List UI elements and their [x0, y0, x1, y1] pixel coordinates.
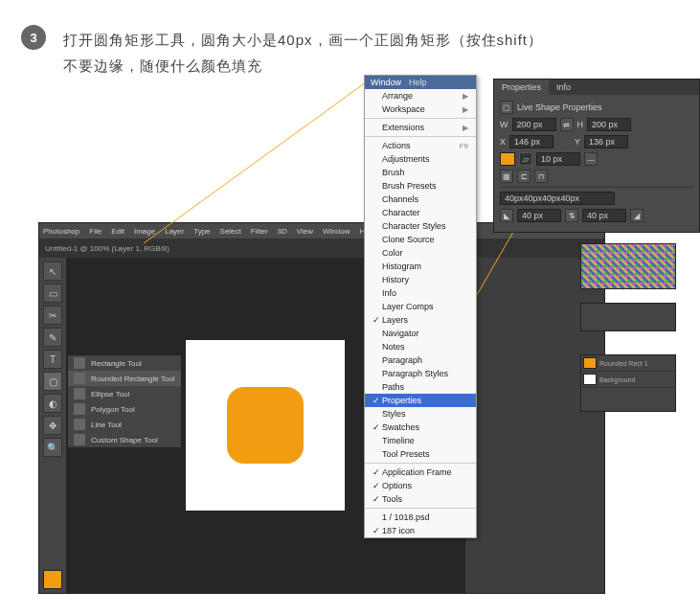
stroke-corner-icon[interactable]: ⊓: [534, 170, 548, 183]
x-label: X: [500, 137, 506, 147]
layer-row[interactable]: Rounded Rect 1: [581, 355, 675, 372]
menu-item[interactable]: Color: [365, 246, 476, 260]
menu-item[interactable]: 1 / 1018.psd: [365, 511, 476, 524]
menu-item[interactable]: Clone Source: [365, 233, 476, 246]
layer-thumb: [583, 374, 597, 385]
ellipse-icon: [74, 388, 85, 399]
menu-item[interactable]: Paragraph: [365, 353, 476, 367]
layers-panel: Rounded Rect 1 Background: [580, 354, 676, 412]
menu-item[interactable]: Timeline: [365, 434, 476, 447]
y-label: Y: [575, 137, 580, 147]
menu-item[interactable]: Info: [365, 286, 476, 300]
menu-item[interactable]: ✓Properties: [365, 394, 476, 407]
menu-item[interactable]: Styles: [365, 407, 476, 421]
link-radii-icon[interactable]: ⇅: [565, 209, 578, 222]
flyout-item[interactable]: Custom Shape Tool: [68, 432, 181, 447]
shape-tool-flyout: Rectangle Tool Rounded Rectangle Tool El…: [67, 354, 182, 448]
stroke-align-icon[interactable]: ▦: [500, 170, 513, 183]
menu-item[interactable]: Adjustments: [365, 152, 476, 166]
height-label: H: [577, 120, 584, 129]
custom-shape-icon: [74, 434, 85, 445]
menu-item[interactable]: Paragraph Styles: [365, 367, 476, 380]
stroke-swatch[interactable]: ▱: [519, 152, 532, 166]
menu-item[interactable]: ✓187 icon: [365, 524, 476, 537]
rounded-rectangle-icon: [74, 373, 85, 384]
flyout-item[interactable]: Rectangle Tool: [68, 355, 181, 371]
toolbar: ↖ ▭ ✂ ✎ T ▢ ◐ ✥ 🔍: [39, 258, 66, 593]
flyout-item[interactable]: Ellipse Tool: [68, 386, 181, 401]
y-input[interactable]: 136 px: [584, 135, 628, 148]
menu-item[interactable]: Navigator: [365, 327, 476, 340]
menu-item[interactable]: Character: [365, 206, 476, 219]
rectangle-icon: [74, 357, 85, 369]
menu-item[interactable]: Notes: [365, 340, 476, 353]
menu-item[interactable]: Arrange▶: [365, 89, 476, 102]
zoom-tool[interactable]: 🔍: [43, 438, 62, 457]
menu-item[interactable]: Layer Comps: [365, 300, 476, 313]
layer-name: Rounded Rect 1: [599, 360, 648, 367]
tab-properties[interactable]: Properties: [494, 80, 549, 95]
menu-item[interactable]: ✓Layers: [365, 313, 476, 327]
menu-item[interactable]: Tool Presets: [365, 447, 476, 461]
menu-item[interactable]: History: [365, 273, 476, 286]
menu-head: Window Help: [365, 76, 476, 89]
menu-head-window[interactable]: Window: [371, 78, 401, 87]
stroke-style-icon[interactable]: —: [584, 152, 598, 166]
menu-item[interactable]: Workspace▶: [365, 102, 476, 116]
move-tool[interactable]: ↖: [43, 262, 62, 281]
menu-item[interactable]: Paths: [365, 380, 476, 394]
menu-item[interactable]: ✓Tools: [365, 492, 476, 506]
marquee-tool[interactable]: ▭: [43, 284, 62, 303]
layer-row[interactable]: Background: [581, 372, 675, 388]
menu-item[interactable]: Channels: [365, 193, 476, 206]
swatches-panel[interactable]: [580, 243, 676, 289]
link-wh-icon[interactable]: ⇄: [560, 118, 574, 131]
svg-line-0: [144, 82, 366, 243]
menu-item[interactable]: ✓Swatches: [365, 421, 476, 434]
fill-swatch[interactable]: [500, 152, 515, 166]
panel-title-row: ▢ Live Shape Properties: [500, 101, 693, 114]
window-menu-dropdown: Window Help Arrange▶Workspace▶Extensions…: [364, 75, 477, 538]
stroke-width-input[interactable]: 10 px: [536, 152, 580, 166]
menu-separator: [365, 136, 476, 137]
width-input[interactable]: 200 px: [512, 118, 556, 131]
stroke-cap-icon[interactable]: ⊏: [517, 170, 531, 183]
brush-tool[interactable]: ✎: [43, 328, 62, 347]
crop-tool[interactable]: ✂: [43, 306, 62, 325]
gradient-tool[interactable]: ◐: [43, 394, 62, 413]
menu-item[interactable]: Brush: [365, 166, 476, 179]
type-tool[interactable]: T: [43, 350, 62, 369]
menu-item[interactable]: ✓Options: [365, 479, 476, 492]
mini-properties-panel[interactable]: [580, 303, 676, 331]
x-input[interactable]: 146 px: [509, 135, 553, 148]
flyout-item[interactable]: Polygon Tool: [68, 401, 181, 417]
menubar-item[interactable]: File: [89, 227, 102, 236]
menu-item[interactable]: Histogram: [365, 260, 476, 273]
menu-item[interactable]: Brush Presets: [365, 179, 476, 193]
radii-readout[interactable]: 40px40px40px40px: [500, 192, 615, 205]
pointer-line-1: [144, 82, 373, 245]
canvas[interactable]: [186, 340, 345, 511]
height-input[interactable]: 200 px: [587, 118, 631, 131]
flyout-item[interactable]: Rounded Rectangle Tool: [68, 371, 181, 386]
radius-input-2[interactable]: 40 px: [582, 209, 626, 222]
properties-tabs: Properties Info: [494, 80, 699, 95]
properties-panel: Properties Info ▢ Live Shape Properties …: [493, 79, 700, 233]
tab-info[interactable]: Info: [549, 80, 578, 95]
menu-item[interactable]: Character Styles: [365, 219, 476, 233]
corner-tr-icon: ◢: [630, 209, 644, 222]
menu-item[interactable]: ✓Application Frame: [365, 466, 476, 479]
layer-thumb: [583, 357, 597, 369]
shape-tool[interactable]: ▢: [43, 372, 62, 391]
menubar-item[interactable]: Edit: [111, 227, 124, 236]
menu-head-help[interactable]: Help: [409, 78, 427, 87]
hand-tool[interactable]: ✥: [43, 416, 62, 435]
radius-input-1[interactable]: 40 px: [517, 209, 561, 222]
divider: [500, 187, 693, 188]
flyout-item[interactable]: Line Tool: [68, 417, 181, 432]
menubar-item[interactable]: Photoshop: [43, 227, 79, 236]
foreground-color-swatch[interactable]: [43, 570, 62, 589]
menu-item[interactable]: Extensions▶: [365, 121, 476, 134]
rounded-rectangle-shape[interactable]: [227, 387, 304, 464]
menu-item[interactable]: ActionsF9: [365, 139, 476, 152]
